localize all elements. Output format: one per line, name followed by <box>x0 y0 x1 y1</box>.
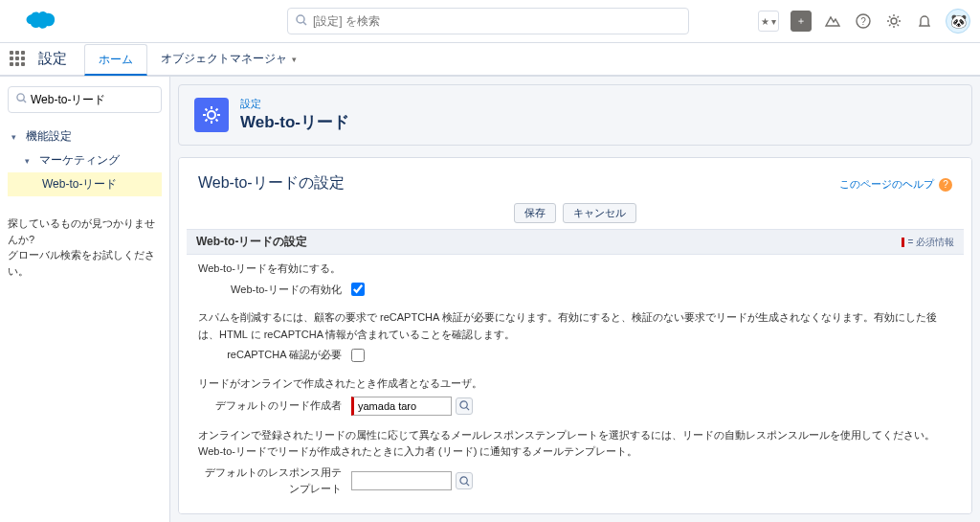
setup-sidebar: ▾機能設定 ▾マーケティング Web-to-リード 探しているものが見つかりませ… <box>0 77 170 522</box>
header-actions: ★ ▾ ＋ ? 🐼 <box>758 9 970 34</box>
svg-text:?: ? <box>860 16 866 27</box>
tab-object-manager[interactable]: オブジェクトマネージャ▾ <box>147 43 310 75</box>
content-area: 設定 Web-to-リード Web-to-リードの設定 このページのヘルプ ? … <box>170 77 980 522</box>
recaptcha-label: reCAPTCHA 確認が必要 <box>198 347 351 364</box>
page-header: 設定 Web-to-リード <box>178 84 972 146</box>
page-title: Web-to-リード <box>240 111 349 133</box>
svg-line-11 <box>466 483 469 486</box>
help-icon: ? <box>939 178 952 192</box>
search-icon <box>296 14 307 29</box>
tree-feature-settings[interactable]: ▾機能設定 <box>8 125 162 148</box>
trailhead-icon[interactable] <box>823 11 842 31</box>
enable-checkbox[interactable] <box>351 283 365 296</box>
lookup-icon[interactable] <box>456 472 473 489</box>
creator-label: デフォルトのリード作成者 <box>198 397 351 415</box>
template-description: オンラインで登録されたリードの属性に応じて異なるメールレスポンステンプレートを選… <box>198 427 952 461</box>
recaptcha-description: スパムを削減するには、顧客の要求で reCAPTCHA 検証が必要になります。有… <box>198 309 952 343</box>
recaptcha-checkbox[interactable] <box>351 349 365 362</box>
enable-description: Web-to-リードを有効にする。 <box>198 261 952 278</box>
svg-point-0 <box>297 15 304 23</box>
global-header: ★ ▾ ＋ ? 🐼 <box>0 0 980 43</box>
context-bar: 設定 ホーム オブジェクトマネージャ▾ <box>0 43 980 77</box>
breadcrumb[interactable]: 設定 <box>240 97 349 111</box>
svg-line-6 <box>23 100 26 102</box>
settings-panel: Web-to-リードの設定 このページのヘルプ ? 保存 キャンセル Web-t… <box>178 157 972 514</box>
app-launcher-icon[interactable] <box>10 51 27 68</box>
tree-marketing[interactable]: ▾マーケティング <box>8 148 162 172</box>
section-header: Web-to-リードの設定 = 必須情報 <box>187 229 964 255</box>
sidebar-search-input[interactable] <box>31 93 153 106</box>
notifications-icon[interactable] <box>915 11 934 31</box>
svg-line-9 <box>466 407 469 410</box>
chevron-down-icon: ▾ <box>25 156 36 166</box>
sidebar-search[interactable] <box>8 86 162 113</box>
panel-heading: Web-to-リードの設定 <box>198 173 345 193</box>
search-icon <box>16 93 27 106</box>
svg-point-5 <box>17 94 24 101</box>
tab-home[interactable]: ホーム <box>84 44 147 76</box>
creator-description: リードがオンラインで作成されたとき作成者となるユーザ。 <box>198 375 952 393</box>
user-avatar[interactable]: 🐼 <box>946 9 970 34</box>
global-search[interactable] <box>287 8 689 34</box>
default-lead-creator-input[interactable] <box>351 397 452 416</box>
chevron-down-icon: ▾ <box>11 132 23 142</box>
sidebar-help-text: 探しているものが見つかりませんか? グローバル検索をお試しください。 <box>8 216 162 279</box>
svg-point-4 <box>891 18 897 24</box>
help-icon[interactable]: ? <box>854 11 873 31</box>
default-response-template-input[interactable] <box>351 471 452 490</box>
setup-gear-icon[interactable] <box>884 11 903 31</box>
app-name: 設定 <box>38 50 67 68</box>
enable-label: Web-to-リードの有効化 <box>198 282 351 299</box>
favorites-button[interactable]: ★ ▾ <box>758 11 779 32</box>
lookup-icon[interactable] <box>456 397 473 415</box>
salesforce-logo[interactable] <box>19 8 57 34</box>
tree-web-to-lead[interactable]: Web-to-リード <box>8 172 162 196</box>
gear-icon <box>194 98 229 132</box>
svg-point-7 <box>208 111 215 119</box>
svg-line-1 <box>303 22 306 25</box>
svg-point-8 <box>459 401 466 408</box>
save-button[interactable]: 保存 <box>514 203 556 223</box>
page-help-link[interactable]: このページのヘルプ ? <box>839 177 952 192</box>
chevron-down-icon: ▾ <box>292 55 297 64</box>
global-search-input[interactable] <box>313 14 680 28</box>
cancel-button[interactable]: キャンセル <box>563 203 636 223</box>
template-label: デフォルトのレスポンス用テンプレート <box>198 465 351 498</box>
add-button[interactable]: ＋ <box>791 11 812 32</box>
svg-point-10 <box>459 477 466 484</box>
